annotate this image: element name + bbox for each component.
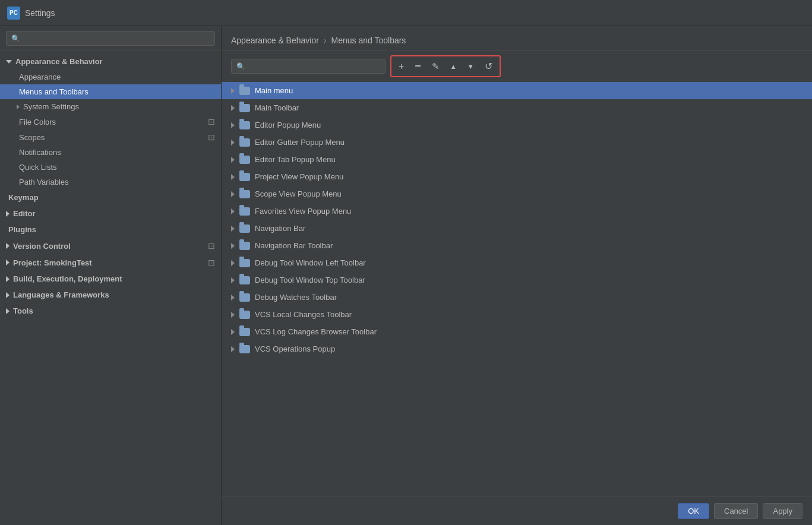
- sidebar-search-input[interactable]: [24, 34, 210, 43]
- move-up-button[interactable]: ▲: [446, 61, 462, 72]
- tree-item-editor-tab[interactable]: Editor Tab Popup Menu: [222, 151, 812, 168]
- sidebar-item-appearance-behavior[interactable]: Appearance & Behavior: [0, 53, 221, 69]
- sidebar-item-menus-toolbars[interactable]: Menus and Toolbars: [0, 84, 221, 99]
- folder-icon: [239, 121, 250, 129]
- sidebar-item-notifications[interactable]: Notifications: [0, 145, 221, 160]
- folder-icon: [239, 276, 250, 284]
- sidebar-item-tools[interactable]: Tools: [0, 303, 221, 319]
- sidebar-item-file-colors[interactable]: File Colors ⊡: [0, 114, 221, 129]
- ok-button[interactable]: OK: [678, 503, 709, 519]
- tree-item-vcs-operations[interactable]: VCS Operations Popup: [222, 340, 812, 358]
- folder-icon: [239, 156, 250, 164]
- tree-item-label: Favorites View Popup Menu: [255, 207, 351, 216]
- expand-icon: [6, 260, 10, 265]
- tree-item-scope-view[interactable]: Scope View Popup Menu: [222, 185, 812, 203]
- tree-item-label: VCS Log Changes Browser Toolbar: [255, 327, 377, 336]
- tree-item-debug-watches[interactable]: Debug Watches Toolbar: [222, 289, 812, 306]
- tree-item-debug-left[interactable]: Debug Tool Window Left Toolbar: [222, 254, 812, 271]
- expand-icon: [6, 276, 10, 282]
- add-button[interactable]: +: [394, 59, 409, 74]
- breadcrumb-current: Menus and Toolbars: [331, 36, 406, 45]
- sidebar-section-label: Build, Execution, Deployment: [13, 274, 122, 283]
- expand-icon: [6, 243, 10, 249]
- dialog-buttons: OK Cancel Apply: [222, 496, 812, 525]
- sidebar-item-plugins[interactable]: Plugins: [0, 222, 221, 238]
- toolbar-search-icon: 🔍: [236, 62, 245, 71]
- remove-button[interactable]: −: [410, 58, 426, 75]
- sidebar-item-project[interactable]: Project: SmokingTest ⊡: [0, 254, 221, 271]
- sidebar-item-keymap[interactable]: Keymap: [0, 189, 221, 205]
- tree-item-label: Debug Tool Window Top Toolbar: [255, 276, 365, 284]
- tree-arrow-icon: [231, 260, 235, 266]
- sidebar-item-label: System Settings: [23, 102, 79, 111]
- sidebar-item-version-control[interactable]: Version Control ⊡: [0, 238, 221, 254]
- toolbar-action-buttons: + − ✎ ▲ ▼ ↺: [390, 55, 501, 77]
- copy-icon: ⊡: [208, 132, 215, 142]
- expand-icon: [6, 211, 10, 217]
- toolbar-search-input[interactable]: [249, 62, 380, 71]
- cancel-button[interactable]: Cancel: [714, 503, 758, 519]
- sidebar-item-build[interactable]: Build, Execution, Deployment: [0, 271, 221, 287]
- sidebar-item-label: Notifications: [19, 148, 61, 157]
- sidebar: 🔍 Appearance & Behavior Appearance Menus…: [0, 26, 222, 525]
- toolbar-search-box[interactable]: 🔍: [231, 59, 386, 74]
- reset-button[interactable]: ↺: [480, 58, 497, 74]
- sidebar-item-path-variables[interactable]: Path Variables: [0, 175, 221, 189]
- edit-button[interactable]: ✎: [427, 59, 444, 74]
- tree-item-label: Project View Popup Menu: [255, 172, 343, 181]
- tree-arrow-icon: [231, 174, 235, 180]
- sidebar-section-label: Version Control: [13, 242, 71, 251]
- sidebar-item-appearance[interactable]: Appearance: [0, 69, 221, 84]
- sidebar-item-label: Scopes: [19, 133, 45, 142]
- sidebar-item-label: Appearance: [19, 72, 61, 81]
- tree-item-favorites-view[interactable]: Favorites View Popup Menu: [222, 203, 812, 220]
- copy-icon: ⊡: [208, 258, 215, 267]
- sidebar-tree: Appearance & Behavior Appearance Menus a…: [0, 51, 221, 321]
- tree-item-main-menu[interactable]: Main menu: [222, 82, 812, 99]
- sidebar-search-wrap: 🔍: [0, 26, 221, 51]
- folder-icon: [239, 190, 250, 198]
- tree-arrow-icon: [231, 88, 235, 94]
- tree-item-navigation-bar[interactable]: Navigation Bar: [222, 220, 812, 237]
- folder-icon: [239, 87, 250, 95]
- sidebar-section-label: Project: SmokingTest: [13, 258, 92, 267]
- sidebar-item-editor[interactable]: Editor: [0, 205, 221, 222]
- sidebar-item-scopes[interactable]: Scopes ⊡: [0, 129, 221, 145]
- tree-item-label: Debug Tool Window Left Toolbar: [255, 258, 366, 267]
- tree-item-editor-popup[interactable]: Editor Popup Menu: [222, 116, 812, 134]
- folder-icon: [239, 311, 250, 319]
- tree-arrow-icon: [231, 243, 235, 249]
- breadcrumb-separator: ›: [324, 36, 327, 45]
- tree-arrow-icon: [231, 226, 235, 232]
- sidebar-section-label: Tools: [13, 306, 33, 315]
- tree-item-navigation-bar-toolbar[interactable]: Navigation Bar Toolbar: [222, 237, 812, 254]
- sidebar-search-box[interactable]: 🔍: [6, 31, 215, 46]
- tree-arrow-icon: [231, 346, 235, 352]
- folder-icon: [239, 259, 250, 267]
- sidebar-item-system-settings[interactable]: System Settings: [0, 99, 221, 114]
- tree-item-main-toolbar[interactable]: Main Toolbar: [222, 99, 812, 116]
- tree-arrow-icon: [231, 122, 235, 128]
- tree-item-editor-gutter[interactable]: Editor Gutter Popup Menu: [222, 134, 812, 151]
- tree-item-label: VCS Operations Popup: [255, 344, 335, 353]
- tree-arrow-icon: [231, 277, 235, 283]
- tree-item-vcs-local[interactable]: VCS Local Changes Toolbar: [222, 306, 812, 323]
- tree-arrow-icon: [231, 329, 235, 335]
- sidebar-item-quick-lists[interactable]: Quick Lists: [0, 160, 221, 175]
- expand-icon: [6, 308, 10, 314]
- sidebar-item-label: Quick Lists: [19, 163, 57, 172]
- sidebar-item-label: File Colors: [19, 118, 56, 126]
- tree-item-vcs-log[interactable]: VCS Log Changes Browser Toolbar: [222, 323, 812, 340]
- tree-arrow-icon: [231, 191, 235, 197]
- sidebar-item-languages[interactable]: Languages & Frameworks: [0, 287, 221, 303]
- tree-item-debug-top[interactable]: Debug Tool Window Top Toolbar: [222, 271, 812, 289]
- folder-icon: [239, 242, 250, 250]
- content-area: Appearance & Behavior › Menus and Toolba…: [222, 26, 812, 525]
- tree-item-project-view[interactable]: Project View Popup Menu: [222, 168, 812, 185]
- move-down-button[interactable]: ▼: [463, 61, 479, 72]
- expand-arrow-icon: [17, 105, 20, 109]
- window-title: Settings: [25, 8, 55, 18]
- apply-button[interactable]: Apply: [763, 503, 802, 519]
- main-layout: 🔍 Appearance & Behavior Appearance Menus…: [0, 26, 812, 525]
- tree-item-label: Editor Gutter Popup Menu: [255, 138, 345, 147]
